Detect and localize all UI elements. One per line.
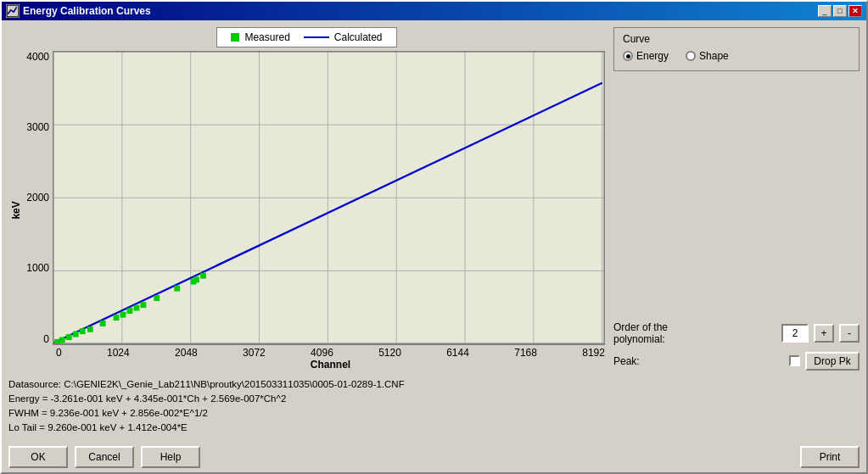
svg-rect-20 [80,328,86,334]
main-window: Energy Calibration Curves _ □ ✕ Measured… [0,0,868,474]
right-panel: Curve Energy Shape [613,27,860,371]
radio-energy[interactable]: Energy [623,50,669,62]
svg-rect-29 [174,286,180,292]
energy-radio[interactable] [623,51,633,61]
window-title: Energy Calibration Curves [23,5,151,17]
order-row: Order of thepolynomial: + - [613,321,860,345]
x-axis-label: Channel [22,359,605,371]
peak-row: Peak: Drop Pk [613,352,860,371]
shape-radio[interactable] [686,51,696,61]
svg-rect-18 [66,334,72,340]
title-bar: Energy Calibration Curves _ □ ✕ [2,2,866,20]
y-axis-label: keV [8,51,22,371]
window-icon [6,4,20,18]
fwhm-eq-line: FWHM = 9.236e-001 keV + 2.856e-002*E^1/2 [8,406,860,421]
curve-group-label: Curve [623,33,850,45]
svg-rect-25 [127,308,133,314]
minimize-button[interactable]: _ [818,5,832,17]
title-bar-left: Energy Calibration Curves [6,4,151,18]
radio-shape[interactable]: Shape [686,50,729,62]
svg-rect-26 [134,305,140,311]
measured-label: Measured [244,31,289,43]
drop-pk-button[interactable]: Drop Pk [805,352,860,371]
plus-button[interactable]: + [814,324,834,343]
close-button[interactable]: ✕ [848,5,862,17]
calculated-label: Calculated [334,31,383,43]
chart-wrapper: keV 4000 3000 2000 1000 0 [8,51,605,371]
chart-svg [53,52,604,344]
svg-rect-23 [114,315,120,321]
cancel-button[interactable]: Cancel [75,446,134,468]
polynomial-section: Order of thepolynomial: + - Peak: Drop P… [613,318,860,371]
datasource-line: Datasource: C:\GENIE2K\_Genie_Lab211\NB\… [8,377,860,392]
svg-rect-28 [154,295,160,301]
svg-rect-31 [193,276,199,282]
energy-label: Energy [636,50,669,62]
print-button[interactable]: Print [800,446,860,468]
chart-plot-area [53,51,605,345]
svg-rect-24 [120,312,126,318]
svg-rect-32 [200,273,206,279]
peak-label: Peak: [613,355,784,367]
curve-group: Curve Energy Shape [613,27,860,71]
svg-rect-22 [100,321,106,326]
lo-tail-eq-line: Lo Tail = 9.260e-001 keV + 1.412e-004*E [8,421,860,435]
bottom-bar: OK Cancel Help Print [8,443,860,470]
energy-eq-line: Energy = -3.261e-001 keV + 4.345e-001*Ch… [8,392,860,406]
minus-button[interactable]: - [839,324,860,343]
ok-button[interactable]: OK [8,446,68,468]
legend-calculated: Calculated [304,31,383,43]
info-section: Datasource: C:\GENIE2K\_Genie_Lab211\NB\… [8,376,860,438]
svg-rect-17 [59,337,65,343]
right-print: Print [800,446,860,468]
peak-checkbox[interactable] [789,355,800,366]
order-label: Order of thepolynomial: [613,321,776,345]
chart-section: Measured Calculated keV [8,27,605,371]
title-buttons: _ □ ✕ [818,5,862,17]
legend: Measured Calculated [216,27,396,47]
maximize-button[interactable]: □ [833,5,847,17]
main-row: Measured Calculated keV [8,27,860,371]
order-input[interactable] [781,324,809,343]
chart-inner: 4000 3000 2000 1000 0 [22,51,605,371]
calculated-icon [304,36,329,38]
legend-measured: Measured [231,31,289,43]
content-area: Measured Calculated keV [2,20,866,474]
svg-rect-21 [87,326,93,332]
svg-rect-27 [140,302,146,308]
y-ticks: 4000 3000 2000 1000 0 [22,51,53,345]
x-ticks: 0 1024 2048 3072 4096 5120 6144 7168 819… [22,347,605,359]
svg-rect-19 [73,332,79,337]
measured-icon [231,33,239,42]
help-button[interactable]: Help [141,446,200,468]
shape-label: Shape [699,50,729,62]
radio-row: Energy Shape [623,50,850,62]
